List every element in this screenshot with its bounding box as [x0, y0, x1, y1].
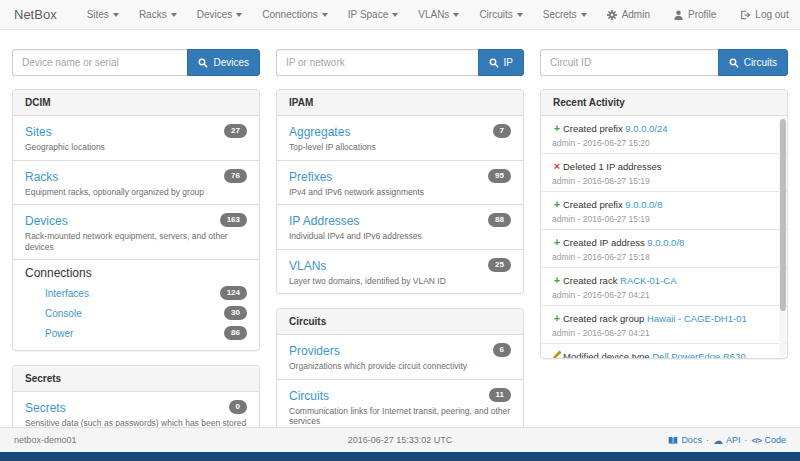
footer-accent-bar — [0, 452, 800, 461]
activity-meta: admin - 2016-06-27 15:18 — [551, 252, 771, 262]
profile-menu-item[interactable]: Profile — [664, 9, 726, 20]
sub-list-item: Console 30 — [25, 303, 247, 323]
nav-menu-circuits[interactable]: Circuits — [469, 9, 532, 20]
chevron-down-icon — [392, 13, 398, 17]
activity-item: +Created IP address 9.0.0.0/8 admin - 20… — [541, 229, 787, 267]
activity-object-link[interactable]: 9.0.0.0/8 — [647, 237, 684, 248]
activity-object-link[interactable]: Dell PowerEdge R630 — [652, 351, 745, 358]
chevron-down-icon — [581, 13, 587, 17]
device-search-button-label: Devices — [213, 57, 249, 68]
content-area: DCIM 27 Sites Geographic locations 76 Ra… — [0, 89, 800, 461]
activity-text: Created rack group — [563, 313, 644, 324]
user-icon — [674, 10, 683, 20]
item-link[interactable]: VLANs — [289, 260, 326, 273]
activity-object-link[interactable]: 9.0.0.0/8 — [625, 199, 662, 210]
item-link[interactable]: Racks — [25, 171, 58, 184]
plus-icon: + — [551, 312, 563, 324]
item-link[interactable]: Sites — [25, 126, 52, 139]
circuit-search-button[interactable]: Circuits — [718, 49, 788, 76]
activity-text: Modified device type — [563, 351, 650, 358]
count-badge: 27 — [224, 124, 247, 138]
activity-title: +Created prefix 9.0.0.0/24 — [551, 122, 771, 135]
item-description: Organizations which provide circuit conn… — [289, 361, 511, 372]
code-icon: </> — [751, 436, 761, 445]
item-link[interactable]: Providers — [289, 345, 340, 358]
gear-icon — [607, 10, 617, 20]
scrollbar-thumb[interactable] — [780, 119, 786, 311]
device-search-group: Devices — [12, 49, 260, 76]
admin-label: Admin — [622, 9, 650, 20]
panel-dcim: DCIM 27 Sites Geographic locations 76 Ra… — [12, 89, 260, 351]
panel-list-item: 6 Providers Organizations which provide … — [277, 335, 523, 379]
activity-meta: admin - 2016-06-27 15:19 — [551, 214, 771, 224]
recent-activity-panel: Recent Activity +Created prefix 9.0.0.0/… — [540, 89, 788, 359]
nav-menu-label: Sites — [87, 9, 109, 20]
item-link[interactable]: Secrets — [25, 402, 66, 415]
device-search-button[interactable]: Devices — [187, 49, 260, 76]
item-link[interactable]: Aggregates — [289, 126, 350, 139]
nav-menu-label: Connections — [262, 9, 318, 20]
activity-scrollbar[interactable] — [779, 117, 786, 357]
count-badge: 88 — [488, 213, 511, 227]
nav-menu-label: Secrets — [543, 9, 577, 20]
activity-object-link[interactable]: RACK-01-CA — [620, 275, 677, 286]
item-description: IPv4 and IPv6 network assignments — [289, 187, 511, 198]
sub-item-link[interactable]: Power — [45, 328, 73, 339]
activity-title: ×Deleted 1 IP addresses — [551, 160, 771, 173]
panel-list-item: 95 Prefixes IPv4 and IPv6 network assign… — [277, 160, 523, 205]
ip-search-input[interactable] — [276, 49, 478, 76]
item-description: Communication links for Internet transit… — [289, 406, 511, 427]
nav-menu-secrets[interactable]: Secrets — [533, 9, 597, 20]
activity-text: Created prefix — [563, 123, 623, 134]
chevron-down-icon — [113, 13, 119, 17]
logout-menu-item[interactable]: Log out — [730, 9, 798, 20]
item-link[interactable]: Devices — [25, 215, 68, 228]
page-footer: netbox-demo01 2016-06-27 15:33:02 UTC Do… — [0, 427, 800, 452]
activity-object-link[interactable]: 9.0.0.0/24 — [625, 123, 667, 134]
activity-meta: admin - 2016-06-27 15:19 — [551, 176, 771, 186]
circuit-search-input[interactable] — [540, 49, 718, 76]
sub-item-link[interactable]: Console — [45, 308, 82, 319]
activity-text: Created prefix — [563, 199, 623, 210]
chevron-down-icon — [322, 13, 328, 17]
chevron-down-icon — [517, 13, 523, 17]
item-description: Top-level IP allocations — [289, 142, 511, 153]
panel-list-item: 88 IP Addresses Individual IPv4 and IPv6… — [277, 204, 523, 249]
admin-menu-item[interactable]: Admin — [597, 9, 660, 20]
item-link[interactable]: Prefixes — [289, 171, 332, 184]
nav-menu-devices[interactable]: Devices — [187, 9, 253, 20]
chevron-down-icon — [236, 13, 242, 17]
circuit-search-group: Circuits — [540, 49, 788, 76]
api-label: API — [726, 435, 741, 445]
count-badge: 0 — [229, 400, 247, 414]
brand-netbox[interactable]: NetBox — [14, 7, 57, 22]
docs-link[interactable]: Docs — [668, 435, 702, 445]
code-link[interactable]: </> Code — [751, 435, 786, 445]
ip-search-group: IP — [276, 49, 524, 76]
panel-ipam: IPAM 7 Aggregates Top-level IP allocatio… — [276, 89, 524, 294]
column-dcim: DCIM 27 Sites Geographic locations 76 Ra… — [12, 89, 260, 461]
nav-menu-racks[interactable]: Racks — [129, 9, 187, 20]
panel-group-item: Connections Interfaces 124 Console 30 Po… — [13, 259, 259, 350]
activity-object-link[interactable]: Hawaii - CAGE-DH1-01 — [647, 313, 747, 324]
sub-item-link[interactable]: Interfaces — [45, 288, 89, 299]
item-link[interactable]: IP Addresses — [289, 215, 360, 228]
item-link[interactable]: Circuits — [289, 390, 329, 403]
ip-search-button[interactable]: IP — [478, 49, 524, 76]
nav-menu-label: IP Space — [348, 9, 388, 20]
nav-menu-vlans[interactable]: VLANs — [408, 9, 469, 20]
api-link[interactable]: ☁ API — [713, 435, 741, 445]
top-navbar: NetBox Sites Racks Devices Connections I… — [0, 0, 800, 30]
plus-icon: + — [551, 198, 563, 210]
nav-menu-sites[interactable]: Sites — [77, 9, 129, 20]
sub-list-item: Power 86 — [25, 323, 247, 343]
nav-menu-label: Devices — [197, 9, 233, 20]
panel-heading: DCIM — [13, 90, 259, 116]
activity-text: Deleted 1 IP addresses — [563, 161, 662, 172]
activity-title: +Created rack RACK-01-CA — [551, 274, 771, 287]
nav-menu-ip-space[interactable]: IP Space — [338, 9, 408, 20]
circuit-search-button-label: Circuits — [744, 57, 777, 68]
device-search-input[interactable] — [12, 49, 187, 76]
item-description: Equipment racks, optionally organized by… — [25, 187, 247, 198]
nav-menu-connections[interactable]: Connections — [252, 9, 338, 20]
